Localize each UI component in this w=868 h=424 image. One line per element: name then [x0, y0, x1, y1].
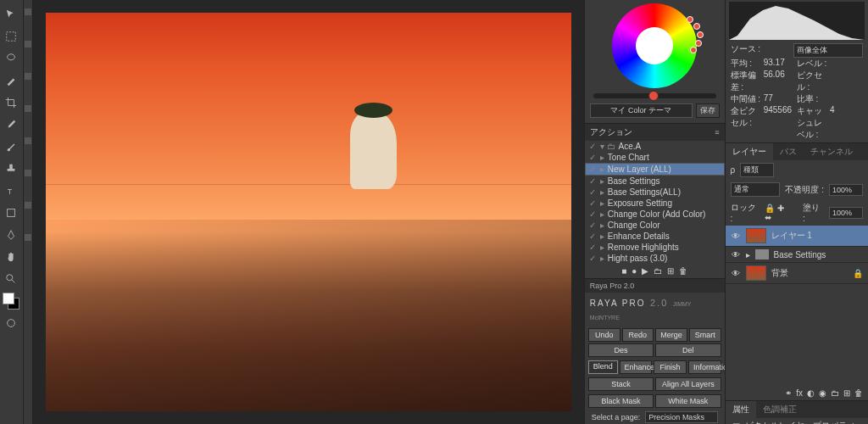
- actions-list: ✓▾ 🗀Ace.A✓▸Tone Chart✓▸New Layer (ALL)✓▸…: [585, 141, 725, 264]
- button-align-all-layers[interactable]: Align All Layers: [655, 377, 721, 391]
- tools-toolbar: T: [0, 0, 24, 424]
- action-item[interactable]: ✓▸Enhance Details: [585, 231, 725, 242]
- histogram: [729, 2, 865, 40]
- tab-レイヤー[interactable]: レイヤー: [726, 143, 773, 160]
- zoom-tool[interactable]: [1, 269, 21, 289]
- action-item[interactable]: ✓▸Hight pass (3.0): [585, 253, 725, 264]
- button-enhance[interactable]: Enhance: [620, 360, 653, 374]
- action-item[interactable]: ✓▸Change Color (Add Color): [585, 209, 725, 220]
- new-layer-icon[interactable]: ⊞: [843, 388, 850, 398]
- action-item[interactable]: ✓▾ 🗀Ace.A: [585, 141, 725, 152]
- adjust-icon[interactable]: ◉: [819, 388, 826, 398]
- mask-icon[interactable]: ◐: [807, 388, 815, 398]
- button-redo[interactable]: Redo: [622, 328, 654, 342]
- actions-header: アクション≡: [585, 124, 725, 141]
- layer-item[interactable]: 👁背景🔒: [726, 263, 868, 284]
- raya-header: Raya Pro 2.0: [585, 279, 725, 293]
- trash-icon[interactable]: 🗑: [854, 388, 863, 398]
- svg-point-3: [7, 275, 13, 281]
- source-label: ソース :: [731, 43, 793, 58]
- layer-item[interactable]: 👁レイヤー 1: [726, 226, 868, 247]
- color-theme-input[interactable]: マイ Color テーマ: [590, 103, 693, 118]
- layers-tabs: レイヤーパスチャンネル: [726, 143, 868, 160]
- opacity-input[interactable]: 100%: [829, 184, 863, 196]
- marquee-tool[interactable]: [1, 26, 21, 47]
- props-tab[interactable]: 属性: [726, 401, 756, 418]
- play-icon[interactable]: ●: [632, 266, 637, 276]
- link-icon[interactable]: ⚭: [785, 388, 792, 398]
- select-page-label: Select a page:: [592, 413, 641, 421]
- select-page-dropdown[interactable]: Precision Masks: [645, 411, 717, 423]
- record-icon[interactable]: ▶: [642, 266, 648, 276]
- new-icon[interactable]: ⊞: [667, 266, 674, 276]
- action-item[interactable]: ✓▸Change Color: [585, 220, 725, 231]
- tab-チャンネル[interactable]: チャンネル: [804, 143, 860, 160]
- button-blend[interactable]: Blend: [588, 360, 618, 374]
- stop-icon[interactable]: ■: [621, 266, 626, 276]
- svg-point-4: [8, 320, 15, 327]
- visibility-icon[interactable]: 👁: [731, 250, 741, 259]
- trash-icon[interactable]: 🗑: [679, 266, 687, 276]
- button-information[interactable]: Information: [688, 360, 721, 374]
- save-theme-button[interactable]: 保存: [696, 103, 720, 118]
- button-des[interactable]: Des: [588, 343, 654, 357]
- button-smart[interactable]: Smart: [689, 328, 721, 342]
- action-item[interactable]: ✓▸New Layer (ALL): [585, 163, 725, 176]
- middle-panel-column: マイ Color テーマ 保存 アクション≡ ✓▾ 🗀Ace.A✓▸Tone C…: [584, 0, 725, 424]
- color-wheel[interactable]: [612, 3, 697, 88]
- eyedropper-tool[interactable]: [1, 114, 21, 135]
- layer-kind[interactable]: 種類: [740, 163, 774, 177]
- right-panel-column: ソース :画像全体 平均 :93.17レベル :標準偏差 :56.06ピクセル …: [725, 0, 868, 424]
- wand-tool[interactable]: [1, 70, 21, 91]
- stamp-tool[interactable]: [1, 159, 21, 179]
- type-tool[interactable]: T: [1, 181, 21, 201]
- svg-rect-0: [7, 32, 16, 42]
- raya-brand: RAYA PRO 2.0 JIMMY McINTYRE: [585, 293, 725, 326]
- layer-item[interactable]: 👁▸Base Settings: [726, 247, 868, 263]
- button-del[interactable]: Del: [655, 343, 721, 357]
- collapsed-panel-strip: [24, 0, 33, 424]
- action-item[interactable]: ✓▸Base Settings(ALL): [585, 187, 725, 198]
- hand-tool[interactable]: [1, 247, 21, 267]
- color-swatch[interactable]: [3, 293, 19, 310]
- fx-icon[interactable]: fx: [796, 388, 803, 398]
- lasso-tool[interactable]: [1, 48, 21, 69]
- color-slider[interactable]: [593, 93, 716, 98]
- brush-tool[interactable]: [1, 137, 21, 157]
- quickmask-tool[interactable]: [1, 313, 21, 333]
- blend-mode-select[interactable]: 通常: [731, 182, 781, 197]
- crop-tool[interactable]: [1, 92, 21, 113]
- button-black-mask[interactable]: Black Mask: [588, 394, 654, 408]
- svg-rect-2: [8, 209, 15, 217]
- folder-icon[interactable]: 🗀: [831, 388, 839, 398]
- folder-icon[interactable]: 🗀: [654, 266, 662, 276]
- button-white-mask[interactable]: White Mask: [655, 394, 721, 408]
- visibility-icon[interactable]: 👁: [731, 232, 741, 241]
- layers-footer: ⚭ fx ◐ ◉ 🗀 ⊞ 🗑: [726, 386, 868, 400]
- shape-tool[interactable]: [1, 203, 21, 223]
- move-tool[interactable]: [1, 4, 21, 25]
- button-merge[interactable]: Merge: [655, 328, 687, 342]
- pen-tool[interactable]: [1, 225, 21, 245]
- visibility-icon[interactable]: 👁: [731, 269, 741, 278]
- tab-パス[interactable]: パス: [773, 143, 804, 160]
- canvas-image[interactable]: [46, 13, 571, 411]
- action-item[interactable]: ✓▸Remove Highlights: [585, 242, 725, 253]
- actions-footer: ■ ● ▶ 🗀 ⊞ 🗑: [585, 264, 725, 278]
- action-item[interactable]: ✓▸Base Settings: [585, 176, 725, 187]
- button-undo[interactable]: Undo: [588, 328, 620, 342]
- button-finish[interactable]: Finish: [654, 360, 687, 374]
- source-select[interactable]: 画像全体: [793, 43, 863, 58]
- svg-text:T: T: [8, 187, 13, 196]
- props-label: ピクセルレイヤープロパティ: [745, 420, 855, 424]
- button-stack[interactable]: Stack: [588, 377, 654, 391]
- action-item[interactable]: ✓▸Tone Chart: [585, 152, 725, 163]
- action-item[interactable]: ✓▸Exposure Setting: [585, 198, 725, 209]
- fill-input[interactable]: 100%: [829, 207, 863, 219]
- canvas-area: [33, 0, 584, 424]
- adjust-tab[interactable]: 色調補正: [756, 401, 804, 418]
